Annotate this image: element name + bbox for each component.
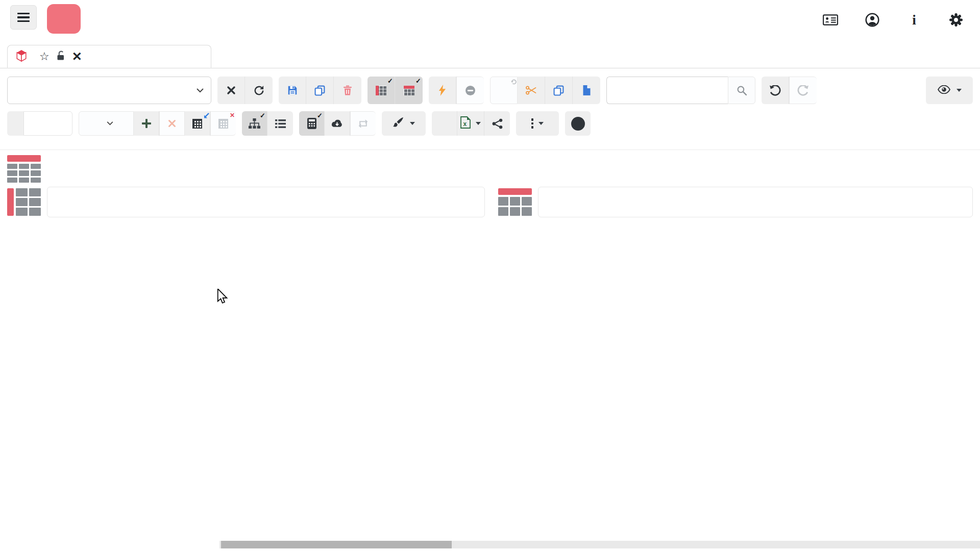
axes-bars (7, 187, 973, 217)
visibility-dropdown[interactable] (926, 77, 973, 104)
find-control (606, 77, 755, 104)
gear-icon[interactable] (947, 11, 965, 29)
code-editor-button[interactable] (432, 111, 457, 136)
rows-axis-box (47, 187, 485, 217)
hierarchy-view-button[interactable]: ✓ (242, 111, 267, 136)
logo-bracket-icon (47, 4, 81, 34)
main-toolbar: ✓ ✓ (7, 76, 973, 105)
remove-grid-button[interactable]: ✕ (210, 111, 236, 136)
max-rows-input[interactable] (23, 111, 72, 136)
help-button[interactable] (565, 111, 591, 136)
favorite-star-icon[interactable]: ☆ (39, 51, 50, 62)
tab-general-ledger[interactable]: ☆ ✕ (7, 45, 211, 68)
options-toolbar: ✕ ✓ ✓ (7, 111, 973, 136)
clear-view-button[interactable] (217, 77, 245, 104)
tab-strip: ☆ ✕ (0, 45, 980, 68)
close-tab-icon[interactable]: ✕ (72, 51, 82, 63)
help-icon (571, 117, 585, 131)
redo-button[interactable] (789, 77, 817, 104)
toolbar-divider (0, 149, 980, 150)
cloud-download-button[interactable] (325, 111, 350, 136)
copy-button[interactable] (545, 77, 573, 104)
format-dropdown[interactable] (382, 111, 426, 136)
horizontal-scrollbar[interactable] (219, 541, 980, 548)
titles-area-icon (7, 155, 41, 183)
rows-area-icon (7, 188, 41, 216)
hamburger-menu-button[interactable] (10, 5, 37, 30)
find-input[interactable] (606, 77, 728, 104)
cube-view-grid (7, 232, 980, 551)
remove-column-button[interactable] (159, 111, 185, 136)
more-options-dropdown[interactable] (516, 111, 559, 136)
unlock-icon[interactable] (56, 50, 66, 63)
eye-icon (938, 85, 950, 96)
cut-button[interactable] (518, 77, 545, 104)
user-account-icon[interactable] (864, 11, 881, 29)
list-view-button[interactable] (267, 111, 293, 136)
auto-calculate-button[interactable]: ✓ (299, 111, 325, 136)
horizontal-scrollbar-thumb[interactable] (221, 541, 452, 548)
delete-view-button[interactable] (334, 77, 361, 104)
paintbrush-icon (393, 117, 404, 130)
title-dimensions-bar (7, 155, 46, 183)
top-app-bar: i (0, 0, 980, 45)
share-button[interactable] (484, 111, 510, 136)
columns-area-icon (498, 188, 532, 216)
max-rows-label (7, 111, 23, 136)
kebab-icon (531, 118, 534, 129)
recalculate-button[interactable] (429, 77, 456, 104)
swap-axes-button[interactable] (350, 111, 376, 136)
svg-text:x: x (463, 120, 467, 128)
cubewise-arc-logo (47, 4, 87, 34)
subset-mode-select[interactable] (79, 111, 134, 136)
save-button[interactable] (279, 77, 306, 104)
search-icon[interactable] (728, 77, 755, 104)
toggle-column-suppression-button[interactable]: ✓ (395, 77, 423, 104)
refresh-button[interactable] (245, 77, 273, 104)
view-select[interactable] (7, 77, 211, 104)
id-card-icon[interactable] (822, 11, 839, 29)
cube-icon (16, 49, 27, 64)
save-as-copy-button[interactable] (306, 77, 334, 104)
suppress-zeros-button[interactable] (456, 77, 484, 104)
toggle-row-suppression-button[interactable]: ✓ (368, 77, 395, 104)
add-column-button[interactable] (134, 111, 159, 136)
undo-button[interactable] (762, 77, 789, 104)
number-format-button[interactable] (490, 77, 518, 104)
excel-file-icon: x (460, 116, 471, 131)
export-excel-dropdown[interactable]: x (457, 111, 484, 136)
columns-axis-box (538, 187, 973, 217)
paste-button[interactable] (573, 77, 600, 104)
info-icon[interactable]: i (905, 11, 923, 29)
insert-grid-button[interactable] (185, 111, 210, 136)
